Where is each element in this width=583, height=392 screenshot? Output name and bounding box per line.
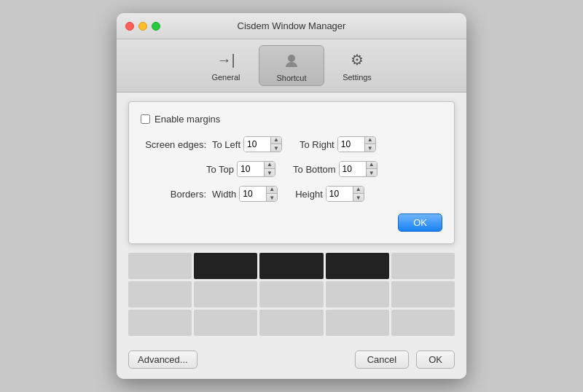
grid-cell — [326, 253, 389, 279]
to-left-decrement[interactable]: ▼ — [271, 144, 281, 152]
grid-cell — [391, 310, 455, 336]
traffic-lights — [125, 22, 160, 31]
to-left-stepper: ▲ ▼ — [270, 136, 281, 152]
grid-cell — [128, 253, 192, 279]
width-input-wrapper: ▲ ▼ — [239, 186, 278, 202]
title-bar: Cisdem Window Manager — [117, 13, 466, 39]
to-right-input-wrapper: ▲ ▼ — [337, 136, 376, 152]
grid-cell — [326, 310, 389, 336]
height-increment[interactable]: ▲ — [353, 186, 364, 194]
height-stepper: ▲ ▼ — [353, 186, 364, 202]
width-decrement[interactable]: ▼ — [267, 194, 277, 202]
grid-cell — [259, 253, 323, 279]
to-right-stepper: ▲ ▼ — [364, 136, 375, 152]
settings-label: Settings — [343, 73, 372, 82]
row2-fields: To Top ▲ ▼ To Bottom — [206, 161, 377, 177]
grid-cell — [128, 310, 192, 336]
window-title: Cisdem Window Manager — [238, 20, 346, 31]
to-right-label: To Right — [300, 139, 334, 150]
to-bottom-input-wrapper: ▲ ▼ — [339, 161, 377, 177]
confirm-ok-button[interactable]: OK — [416, 350, 455, 369]
to-top-stepper: ▲ ▼ — [264, 161, 275, 177]
grid-cell — [326, 281, 389, 307]
to-left-input-wrapper: ▲ ▼ — [243, 136, 282, 152]
to-left-input[interactable] — [244, 137, 270, 152]
width-increment[interactable]: ▲ — [267, 186, 277, 194]
bottom-right-buttons: Cancel OK — [355, 350, 455, 369]
general-label: General — [211, 73, 240, 82]
width-stepper: ▲ ▼ — [266, 186, 277, 202]
to-top-group: To Top ▲ ▼ — [206, 161, 275, 177]
toolbar-item-settings[interactable]: ⚙ Settings — [324, 45, 390, 86]
to-bottom-input[interactable] — [340, 162, 366, 176]
to-bottom-decrement[interactable]: ▼ — [367, 169, 377, 177]
general-icon: →| — [214, 48, 238, 71]
height-input-wrapper: ▲ ▼ — [326, 186, 364, 202]
cancel-button[interactable]: Cancel — [355, 350, 409, 369]
height-label: Height — [295, 189, 323, 200]
to-top-increment[interactable]: ▲ — [265, 161, 275, 169]
settings-icon: ⚙ — [345, 48, 369, 71]
to-left-increment[interactable]: ▲ — [271, 136, 281, 144]
height-input[interactable] — [326, 187, 353, 201]
row1-fields: To Left ▲ ▼ To Right — [212, 136, 376, 152]
modal-ok-button[interactable]: OK — [398, 213, 442, 232]
to-right-increment[interactable]: ▲ — [365, 136, 375, 144]
to-top-input-wrapper: ▲ ▼ — [237, 161, 275, 177]
grid-cell — [259, 281, 323, 307]
to-right-decrement[interactable]: ▼ — [365, 144, 375, 152]
to-right-group: To Right ▲ ▼ — [300, 136, 376, 152]
to-left-group: To Left ▲ ▼ — [212, 136, 282, 152]
maximize-button[interactable] — [152, 22, 160, 31]
main-content: Enable margins Screen edges: To Left ▲ — [117, 101, 466, 379]
grid-cell — [128, 281, 192, 307]
bottom-bar: Advanced... Cancel OK — [117, 345, 466, 379]
to-top-input[interactable] — [238, 162, 264, 176]
grid-cell — [391, 253, 455, 279]
toolbar-item-shortcut[interactable]: Shortcut — [259, 45, 324, 86]
row3-fields: Width ▲ ▼ Height — [212, 186, 364, 202]
width-label: Width — [212, 189, 236, 200]
to-bottom-group: To Bottom ▲ ▼ — [293, 161, 377, 177]
grid-cell — [194, 253, 257, 279]
width-input[interactable] — [240, 187, 266, 201]
shortcut-icon — [280, 49, 303, 72]
height-decrement[interactable]: ▼ — [353, 194, 364, 202]
grid-cell — [194, 310, 257, 336]
to-bottom-increment[interactable]: ▲ — [367, 161, 377, 169]
height-group: Height ▲ ▼ — [295, 186, 364, 202]
minimize-button[interactable] — [138, 22, 147, 31]
top-bottom-row: To Top ▲ ▼ To Bottom — [206, 161, 442, 177]
borders-row: Borders: Width ▲ ▼ — [141, 186, 442, 202]
toolbar: →| General Shortcut ⚙ Settings — [117, 39, 466, 93]
grid-cell — [391, 281, 455, 307]
screen-edges-row: Screen edges: To Left ▲ ▼ — [141, 136, 442, 152]
to-bottom-stepper: ▲ ▼ — [366, 161, 377, 177]
enable-margins-checkbox[interactable] — [141, 114, 150, 124]
to-top-label: To Top — [206, 164, 234, 175]
grid-cell — [194, 281, 257, 307]
fields-section: Screen edges: To Left ▲ ▼ — [141, 136, 442, 202]
enable-margins-label: Enable margins — [154, 114, 220, 125]
width-group: Width ▲ ▼ — [212, 186, 278, 202]
main-window: Cisdem Window Manager →| General Shortcu… — [117, 13, 466, 379]
svg-point-0 — [288, 55, 295, 62]
to-left-label: To Left — [212, 139, 240, 150]
to-right-input[interactable] — [338, 137, 364, 152]
modal-ok-row: OK — [141, 213, 442, 232]
grid-cell — [259, 310, 323, 336]
to-top-decrement[interactable]: ▼ — [265, 169, 275, 177]
borders-label: Borders: — [141, 189, 206, 200]
modal-panel: Enable margins Screen edges: To Left ▲ — [128, 101, 455, 244]
close-button[interactable] — [125, 22, 134, 31]
screen-edges-label: Screen edges: — [141, 139, 206, 150]
enable-margins-row: Enable margins — [141, 114, 442, 125]
advanced-button[interactable]: Advanced... — [128, 350, 197, 369]
toolbar-item-general[interactable]: →| General — [193, 45, 259, 86]
shortcut-label: Shortcut — [277, 74, 307, 82]
grid-area — [128, 253, 455, 336]
to-bottom-label: To Bottom — [293, 164, 336, 175]
